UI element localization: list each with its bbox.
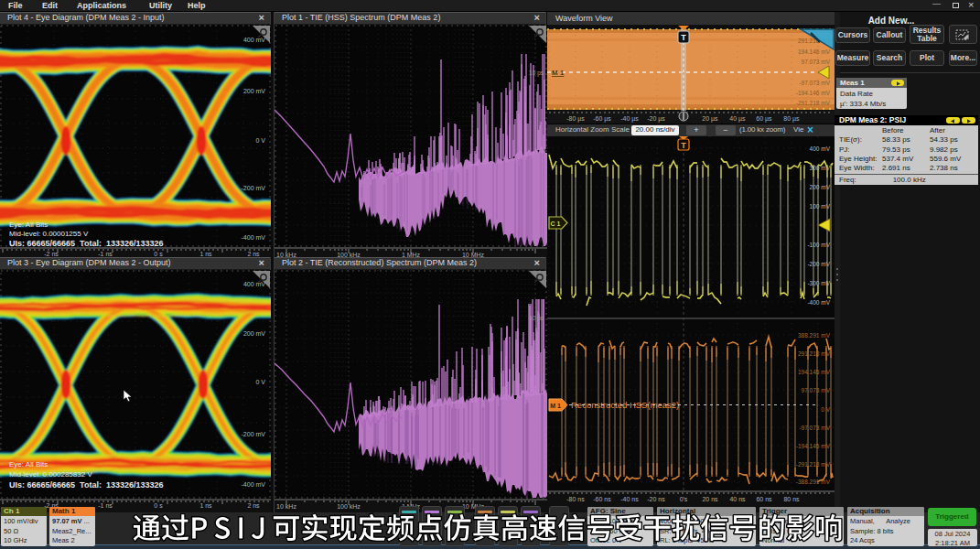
svg-text:-80 µs: -80 µs	[566, 115, 585, 123]
svg-text:-194.146 mV: -194.146 mV	[796, 90, 831, 96]
svg-text:Mid-level: 0.00001255 V: Mid-level: 0.00001255 V	[9, 230, 89, 238]
svg-text:-60 µs: -60 µs	[593, 115, 611, 123]
svg-text:400 mV: 400 mV	[243, 281, 265, 287]
svg-text:-40 ns: -40 ns	[620, 496, 639, 502]
svg-text:200 mV: 200 mV	[243, 88, 265, 94]
svg-text:40 ns: 40 ns	[729, 496, 746, 502]
svg-text:60 µs: 60 µs	[756, 115, 772, 123]
svg-text:20 ns: 20 ns	[702, 496, 718, 502]
svg-text:400 mV: 400 mV	[243, 37, 265, 43]
svg-text:1 ns: 1 ns	[199, 251, 212, 257]
svg-text:-400 mV: -400 mV	[242, 234, 266, 241]
svg-text:97.073 mV: 97.073 mV	[802, 59, 831, 65]
svg-text:Eye: All Bits: Eye: All Bits	[9, 460, 48, 468]
svg-text:0's: 0's	[680, 496, 688, 502]
svg-text:UIs: 66665/66665 Total: 133: UIs: 66665/66665 Total: 133326/133326	[9, 480, 163, 490]
svg-text:0 s: 0 s	[154, 502, 163, 509]
svg-text:-200 mV: -200 mV	[242, 431, 266, 437]
svg-text:100 mV: 100 mV	[810, 203, 831, 210]
svg-text:-20 ns: -20 ns	[647, 496, 665, 502]
svg-text:0 V: 0 V	[821, 406, 830, 413]
svg-text:-60 ns: -60 ns	[593, 496, 611, 502]
svg-text:-97.073 mV: -97.073 mV	[799, 425, 830, 431]
svg-text:200 mV: 200 mV	[810, 184, 831, 190]
svg-text:194.146 mV: 194.146 mV	[798, 48, 831, 55]
svg-text:-80 ns: -80 ns	[566, 496, 585, 502]
svg-text:-1 ns: -1 ns	[98, 502, 113, 509]
svg-text:388.291 mV: 388.291 mV	[798, 332, 831, 339]
svg-text:Reconstructed HSS(meas2): Reconstructed HSS(meas2)	[571, 400, 679, 410]
svg-text:97.073 mV: 97.073 mV	[802, 387, 831, 393]
svg-text:1 ns: 1 ns	[199, 502, 212, 509]
svg-text:-400 mV: -400 mV	[242, 481, 266, 488]
svg-text:-300 mV: -300 mV	[807, 280, 830, 286]
svg-text:-388.291 mV: -388.291 mV	[796, 479, 831, 485]
svg-text:200 mV: 200 mV	[243, 330, 265, 337]
svg-text:UIs: 66665/66665 Total: 133: UIs: 66665/66665 Total: 133326/133326	[9, 239, 163, 248]
svg-text:0 V: 0 V	[255, 137, 265, 144]
svg-text:300 mV: 300 mV	[810, 165, 831, 171]
svg-text:-1 ns: -1 ns	[98, 251, 113, 257]
svg-text:10 ps: 10 ps	[529, 70, 544, 77]
svg-text:291.218 mV: 291.218 mV	[798, 350, 831, 357]
svg-text:80 µs: 80 µs	[783, 115, 800, 123]
svg-text:C 1: C 1	[551, 221, 561, 227]
svg-text:400 mV: 400 mV	[810, 145, 831, 152]
svg-text:10 ps: 10 ps	[529, 315, 544, 322]
svg-text:T: T	[681, 141, 686, 150]
svg-text:20 µs: 20 µs	[702, 115, 718, 123]
svg-text:2 ns: 2 ns	[247, 502, 260, 509]
svg-text:Mid-level: 0.000285832 V: Mid-level: 0.000285832 V	[9, 470, 92, 479]
svg-text:M 1: M 1	[552, 69, 565, 77]
svg-text:80 ns: 80 ns	[783, 496, 800, 502]
svg-text:-194.145 mV: -194.145 mV	[796, 443, 831, 449]
svg-text:-400 mV: -400 mV	[807, 299, 830, 306]
svg-text:Eye: All Bits: Eye: All Bits	[9, 221, 48, 229]
svg-text:M 1: M 1	[550, 403, 561, 409]
svg-text:-20 µs: -20 µs	[647, 115, 665, 123]
svg-text:0 s: 0 s	[154, 251, 163, 257]
svg-text:2 ns: 2 ns	[247, 251, 260, 257]
svg-text:-200 mV: -200 mV	[242, 185, 266, 191]
svg-text:-40 µs: -40 µs	[620, 115, 639, 123]
svg-text:40 µs: 40 µs	[729, 115, 746, 123]
svg-text:-100 mV: -100 mV	[807, 242, 830, 248]
svg-text:60 ns: 60 ns	[756, 496, 772, 502]
svg-text:-200 mV: -200 mV	[807, 261, 830, 267]
svg-text:-291.218 mV: -291.218 mV	[796, 100, 831, 106]
svg-text:-2 ns: -2 ns	[44, 251, 59, 257]
svg-text:-291.218 mV: -291.218 mV	[796, 461, 831, 468]
svg-text:T: T	[681, 33, 686, 42]
svg-text:-97.073 mV: -97.073 mV	[799, 80, 830, 86]
svg-text:194.145 mV: 194.145 mV	[798, 369, 831, 375]
svg-text:0 V: 0 V	[255, 379, 265, 385]
